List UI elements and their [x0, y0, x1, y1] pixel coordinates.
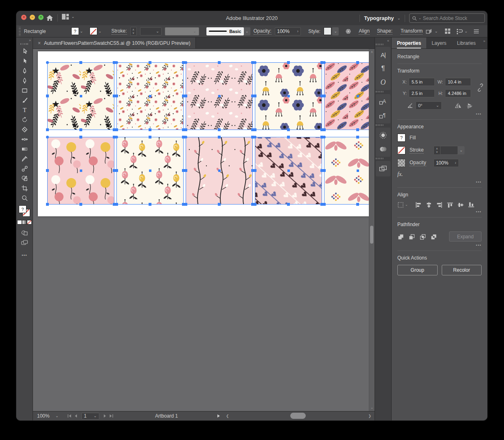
selection-handle[interactable]: [218, 203, 221, 206]
selection-handle[interactable]: [46, 95, 49, 97]
scroll-down-icon[interactable]: ⌄: [370, 406, 373, 409]
character-panel-button[interactable]: A|: [377, 48, 390, 62]
selection-handle[interactable]: [356, 203, 359, 206]
selection-handle[interactable]: [149, 136, 151, 139]
more-options-icon[interactable]: •••: [397, 178, 482, 186]
swatch-dandelions[interactable]: [47, 137, 114, 205]
document-arrangement-icon[interactable]: [445, 28, 451, 34]
opacity-label[interactable]: Opacity:: [254, 28, 272, 35]
selection-handle[interactable]: [356, 136, 359, 139]
x-field[interactable]: [409, 78, 435, 86]
panel-drag-handle[interactable]: [19, 27, 21, 36]
artboard-number-field[interactable]: 1 ⌄: [81, 413, 99, 420]
workspace-arrange-control[interactable]: ⌄: [456, 29, 468, 34]
stroke-weight-label[interactable]: Stroke:: [112, 28, 127, 35]
opacity-field[interactable]: 100% ›: [434, 159, 459, 167]
selection-handle[interactable]: [287, 128, 290, 131]
selection-handle[interactable]: [323, 95, 326, 97]
fill-color-control[interactable]: ? ⌄: [71, 27, 83, 35]
swatch-branch-buds[interactable]: [186, 137, 253, 205]
group-button[interactable]: Group: [397, 265, 438, 275]
scroll-right-icon[interactable]: ❯: [366, 414, 373, 418]
selection-handle[interactable]: [323, 169, 326, 172]
selection-handle[interactable]: [115, 203, 118, 206]
opacity-swatch[interactable]: [397, 159, 405, 167]
vertical-scroll-thumb[interactable]: [370, 226, 373, 244]
align-bottom-button[interactable]: [468, 202, 475, 208]
selection-tool[interactable]: [18, 46, 31, 56]
tab-libraries[interactable]: Libraries: [451, 37, 481, 48]
gradient-tool[interactable]: [18, 144, 31, 154]
selection-handle[interactable]: [323, 128, 326, 131]
shape-builder-tool[interactable]: [18, 174, 31, 183]
align-to-selector[interactable]: ⌄: [397, 202, 408, 208]
panel-group-drag-handle[interactable]: [376, 158, 384, 159]
swatch-sprigs[interactable]: [186, 62, 253, 130]
shape-link[interactable]: Shape:: [377, 28, 392, 35]
constrain-proportions-toggle[interactable]: [477, 84, 484, 92]
stroke-weight-dropdown-button[interactable]: ⌄: [458, 146, 465, 154]
selection-handle[interactable]: [287, 203, 290, 206]
stroke-weight-stepper[interactable]: ∧∨: [434, 146, 440, 155]
minus-front-button[interactable]: [408, 233, 415, 240]
paintbrush-tool[interactable]: [18, 95, 31, 105]
first-artboard-button[interactable]: [67, 414, 72, 418]
minimize-window-button[interactable]: −: [30, 15, 35, 20]
height-field[interactable]: [445, 89, 471, 97]
selection-handle[interactable]: [149, 61, 151, 64]
gradient-button[interactable]: [22, 220, 27, 224]
expand-panels-icon[interactable]: «: [387, 37, 391, 43]
character-styles-panel-button[interactable]: A: [377, 95, 390, 109]
selection-handle[interactable]: [184, 203, 187, 206]
unite-button[interactable]: [397, 233, 404, 240]
swatch-feather-leaves[interactable]: [324, 62, 370, 130]
close-window-button[interactable]: ×: [21, 15, 26, 20]
rectangle-tool[interactable]: [18, 86, 31, 95]
align-vertical-center-button[interactable]: [457, 202, 464, 208]
recolor-artwork-icon[interactable]: [345, 28, 351, 35]
transform-link[interactable]: Transform: [401, 28, 423, 35]
collapse-panel-icon[interactable]: »: [483, 39, 485, 43]
fill-swatch[interactable]: ?: [397, 134, 405, 142]
zoom-tool[interactable]: [18, 193, 31, 203]
swatch-tulip-buds[interactable]: [116, 137, 184, 205]
align-right-button[interactable]: [436, 202, 443, 208]
width-field[interactable]: [445, 78, 471, 86]
panel-group-drag-handle[interactable]: [376, 44, 384, 45]
previous-artboard-button[interactable]: [74, 414, 77, 418]
more-options-icon[interactable]: •••: [397, 208, 482, 216]
pen-tool[interactable]: [18, 66, 31, 76]
eraser-tool[interactable]: [18, 125, 31, 134]
recolor-button[interactable]: Recolor: [442, 265, 482, 275]
selection-handle[interactable]: [356, 61, 359, 64]
selection-handle[interactable]: [79, 61, 82, 64]
tab-properties[interactable]: Properties: [392, 37, 426, 48]
zoom-level-control[interactable]: 100% ⌄: [37, 413, 65, 419]
selection-handle[interactable]: [218, 136, 221, 139]
home-button[interactable]: [45, 13, 55, 22]
paragraph-styles-panel-button[interactable]: ¶: [377, 109, 390, 123]
direct-selection-tool[interactable]: [18, 56, 31, 66]
exclude-button[interactable]: [430, 233, 437, 240]
selection-handle[interactable]: [287, 136, 290, 139]
workspace-switcher[interactable]: Typography ⌄: [364, 15, 401, 21]
type-tool[interactable]: T: [18, 105, 31, 115]
selection-handle[interactable]: [254, 95, 256, 97]
isolate-object-control[interactable]: ⌄: [426, 29, 438, 34]
selection-handle[interactable]: [184, 128, 187, 131]
curvature-tool[interactable]: [18, 76, 31, 86]
selection-handle[interactable]: [254, 128, 256, 131]
opacity-label[interactable]: Opacity: [410, 160, 426, 166]
tools-drag-handle[interactable]: [20, 43, 28, 45]
arrange-documents-button[interactable]: ⌄: [62, 14, 75, 20]
canvas[interactable]: ∧ ⌄: [33, 49, 375, 411]
selection-handle[interactable]: [79, 203, 82, 206]
change-screen-mode-button[interactable]: [18, 238, 31, 247]
opentype-panel-button[interactable]: O: [377, 75, 390, 89]
selection-handle[interactable]: [184, 169, 187, 172]
color-button[interactable]: [17, 220, 22, 224]
selection-handle[interactable]: [254, 169, 256, 172]
selection-handle[interactable]: [287, 61, 290, 64]
selection-handle[interactable]: [323, 203, 326, 206]
stock-search-input[interactable]: ⌄ Search Adobe Stock: [409, 13, 485, 23]
